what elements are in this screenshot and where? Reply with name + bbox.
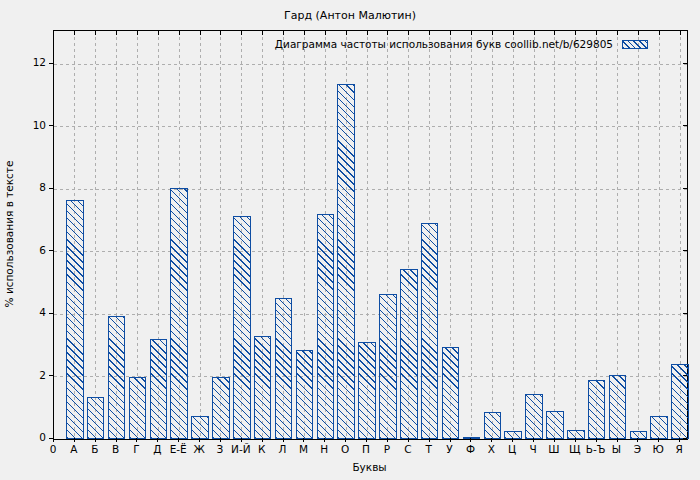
bar-С xyxy=(400,269,418,439)
y-tick-label: 6 xyxy=(6,244,46,256)
x-axis-tick xyxy=(53,438,54,442)
bar-Щ xyxy=(567,430,585,439)
x-axis-mirror-tick xyxy=(158,31,159,35)
x-axis-tick xyxy=(387,438,388,442)
x-tick-label: Я xyxy=(662,443,696,455)
bar-Д xyxy=(150,339,168,439)
x-axis-tick xyxy=(241,438,242,442)
bar-К xyxy=(254,336,272,439)
x-axis-mirror-tick xyxy=(262,31,263,35)
bar-У xyxy=(442,347,460,439)
bar-Ж xyxy=(191,416,209,439)
y-tick-label: 8 xyxy=(6,181,46,193)
x-axis-mirror-tick xyxy=(74,31,75,35)
bar-А xyxy=(66,200,84,439)
bar-Н xyxy=(317,214,335,439)
bar-И-Й xyxy=(233,216,251,439)
x-axis-tick xyxy=(450,438,451,442)
y-axis-tick xyxy=(49,63,53,64)
x-axis-mirror-tick xyxy=(241,31,242,35)
x-axis-tick xyxy=(491,438,492,442)
bar-Е-Ё xyxy=(170,188,188,439)
bar-Ы xyxy=(609,375,627,439)
x-axis-mirror-tick xyxy=(659,31,660,35)
grid-line-x xyxy=(638,31,639,439)
y-tick-label: 0 xyxy=(6,431,46,443)
y-axis-mirror-tick xyxy=(683,188,687,189)
x-axis-mirror-tick xyxy=(116,31,117,35)
x-axis-tick xyxy=(637,438,638,442)
bar-Ц xyxy=(504,431,522,439)
grid-line-y xyxy=(54,314,687,315)
bar-Л xyxy=(275,298,293,439)
x-axis-tick xyxy=(512,438,513,442)
x-axis-mirror-tick xyxy=(95,31,96,35)
chart-title: Гард (Антон Малютин) xyxy=(0,9,700,22)
x-axis-mirror-tick xyxy=(137,31,138,35)
grid-line-x xyxy=(575,31,576,439)
x-axis-label: Буквы xyxy=(53,461,686,473)
x-axis-tick xyxy=(74,438,75,442)
x-axis-tick xyxy=(470,438,471,442)
y-axis-mirror-tick xyxy=(683,438,687,439)
y-axis-tick xyxy=(49,375,53,376)
y-axis-mirror-tick xyxy=(683,250,687,251)
bar-О xyxy=(337,84,355,439)
legend: Диаграмма частоты использования букв coo… xyxy=(275,35,648,53)
grid-line-x xyxy=(200,31,201,439)
bar-Э xyxy=(630,431,648,439)
y-tick-label: 2 xyxy=(6,369,46,381)
x-axis-tick xyxy=(679,438,680,442)
x-axis-mirror-tick xyxy=(179,31,180,35)
grid-line-x xyxy=(513,31,514,439)
bar-Х xyxy=(484,412,502,439)
y-tick-label: 12 xyxy=(6,56,46,68)
bar-П xyxy=(358,342,376,439)
x-axis-mirror-tick xyxy=(200,31,201,35)
grid-line-y xyxy=(54,64,687,65)
x-axis-tick xyxy=(324,438,325,442)
frequency-bar-chart: Гард (Антон Малютин) % использования в т… xyxy=(0,0,700,480)
x-axis-tick xyxy=(345,438,346,442)
bar-Ч xyxy=(525,394,543,439)
grid-line-x xyxy=(554,31,555,439)
grid-line-y xyxy=(54,126,687,127)
y-axis-tick xyxy=(49,313,53,314)
x-axis-tick xyxy=(658,438,659,442)
legend-label: Диаграмма частоты использования букв coo… xyxy=(275,38,613,50)
x-axis-mirror-tick xyxy=(220,31,221,35)
x-axis-tick xyxy=(596,438,597,442)
grid-line-y xyxy=(54,189,687,190)
x-axis-tick xyxy=(199,438,200,442)
bar-В xyxy=(108,316,126,439)
bar-Ш xyxy=(546,411,564,439)
x-axis-tick xyxy=(157,438,158,442)
x-axis-tick xyxy=(408,438,409,442)
y-tick-label: 10 xyxy=(6,119,46,131)
x-axis-tick xyxy=(116,438,117,442)
bar-Р xyxy=(379,294,397,439)
grid-line-x xyxy=(492,31,493,439)
bar-Ь-Ъ xyxy=(588,380,606,439)
grid-line-x xyxy=(534,31,535,439)
x-axis-tick xyxy=(262,438,263,442)
y-axis-mirror-tick xyxy=(683,313,687,314)
bar-Г xyxy=(129,377,147,439)
x-axis-tick xyxy=(178,438,179,442)
x-axis-tick xyxy=(366,438,367,442)
grid-line-x xyxy=(659,31,660,439)
y-axis-tick xyxy=(49,188,53,189)
grid-line-x xyxy=(471,31,472,439)
x-axis-tick xyxy=(136,438,137,442)
x-axis-tick xyxy=(617,438,618,442)
bar-Ф xyxy=(463,437,481,439)
x-axis-tick xyxy=(575,438,576,442)
bar-Ю xyxy=(650,416,668,439)
bar-Б xyxy=(87,397,105,439)
grid-line-y xyxy=(54,251,687,252)
x-axis-tick xyxy=(220,438,221,442)
y-tick-label: 4 xyxy=(6,306,46,318)
plot-area: Диаграмма частоты использования букв coo… xyxy=(53,30,688,440)
x-axis-tick xyxy=(283,438,284,442)
y-axis-tick xyxy=(49,250,53,251)
